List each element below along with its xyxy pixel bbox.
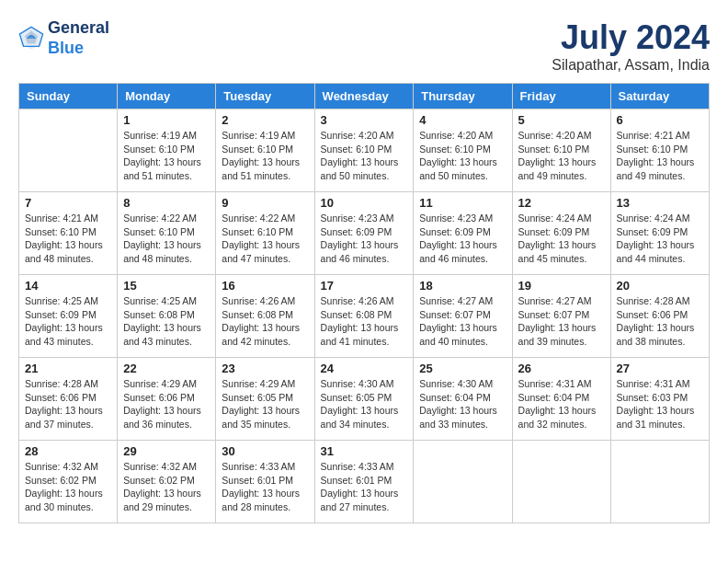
calendar-cell <box>414 441 512 523</box>
day-number: 15 <box>123 279 210 293</box>
calendar-cell: 27Sunrise: 4:31 AMSunset: 6:03 PMDayligh… <box>610 358 709 441</box>
week-row-4: 21Sunrise: 4:28 AMSunset: 6:06 PMDayligh… <box>19 358 710 441</box>
weekday-header-friday: Friday <box>512 84 610 109</box>
calendar-cell: 26Sunrise: 4:31 AMSunset: 6:04 PMDayligh… <box>512 358 610 441</box>
calendar-cell: 11Sunrise: 4:23 AMSunset: 6:09 PMDayligh… <box>414 192 512 275</box>
logo-icon <box>18 26 44 52</box>
week-row-2: 7Sunrise: 4:21 AMSunset: 6:10 PMDaylight… <box>19 192 710 275</box>
calendar-cell: 5Sunrise: 4:20 AMSunset: 6:10 PMDaylight… <box>512 109 610 192</box>
day-number: 22 <box>123 362 210 375</box>
day-number: 11 <box>419 196 506 210</box>
location-title: Silapathar, Assam, India <box>552 57 710 74</box>
day-info: Sunrise: 4:32 AMSunset: 6:02 PMDaylight:… <box>25 460 111 514</box>
month-title: July 2024 <box>552 18 710 57</box>
title-block: July 2024 Silapathar, Assam, India <box>552 18 710 74</box>
calendar-cell: 25Sunrise: 4:30 AMSunset: 6:04 PMDayligh… <box>414 358 512 441</box>
day-info: Sunrise: 4:21 AMSunset: 6:10 PMDaylight:… <box>617 129 703 183</box>
weekday-header-wednesday: Wednesday <box>314 84 414 109</box>
calendar-cell: 20Sunrise: 4:28 AMSunset: 6:06 PMDayligh… <box>610 275 709 358</box>
day-number: 24 <box>321 362 408 375</box>
calendar-cell: 24Sunrise: 4:30 AMSunset: 6:05 PMDayligh… <box>314 358 414 441</box>
day-number: 13 <box>617 196 703 210</box>
calendar-cell: 15Sunrise: 4:25 AMSunset: 6:08 PMDayligh… <box>118 275 216 358</box>
day-info: Sunrise: 4:33 AMSunset: 6:01 PMDaylight:… <box>222 460 308 514</box>
calendar-cell: 2Sunrise: 4:19 AMSunset: 6:10 PMDaylight… <box>216 109 314 192</box>
calendar-cell: 29Sunrise: 4:32 AMSunset: 6:02 PMDayligh… <box>118 441 216 523</box>
day-info: Sunrise: 4:28 AMSunset: 6:06 PMDaylight:… <box>25 377 111 431</box>
day-info: Sunrise: 4:30 AMSunset: 6:04 PMDaylight:… <box>419 377 506 431</box>
day-number: 8 <box>123 196 210 210</box>
calendar-cell: 16Sunrise: 4:26 AMSunset: 6:08 PMDayligh… <box>216 275 314 358</box>
week-row-5: 28Sunrise: 4:32 AMSunset: 6:02 PMDayligh… <box>19 441 710 523</box>
calendar-cell: 8Sunrise: 4:22 AMSunset: 6:10 PMDaylight… <box>118 192 216 275</box>
weekday-header-monday: Monday <box>118 84 216 109</box>
day-info: Sunrise: 4:33 AMSunset: 6:01 PMDaylight:… <box>321 460 408 514</box>
logo: General Blue <box>18 18 109 58</box>
day-number: 19 <box>518 279 605 293</box>
calendar-cell <box>512 441 610 523</box>
day-number: 5 <box>518 113 605 127</box>
day-number: 18 <box>419 279 506 293</box>
day-number: 20 <box>617 279 703 293</box>
calendar-cell: 12Sunrise: 4:24 AMSunset: 6:09 PMDayligh… <box>512 192 610 275</box>
calendar-cell: 22Sunrise: 4:29 AMSunset: 6:06 PMDayligh… <box>118 358 216 441</box>
day-info: Sunrise: 4:25 AMSunset: 6:09 PMDaylight:… <box>25 294 111 349</box>
day-number: 26 <box>518 362 605 375</box>
calendar-cell: 21Sunrise: 4:28 AMSunset: 6:06 PMDayligh… <box>19 358 118 441</box>
day-number: 4 <box>419 113 506 127</box>
day-info: Sunrise: 4:29 AMSunset: 6:06 PMDaylight:… <box>123 377 210 431</box>
day-info: Sunrise: 4:20 AMSunset: 6:10 PMDaylight:… <box>518 129 605 183</box>
day-number: 31 <box>321 444 408 458</box>
day-info: Sunrise: 4:27 AMSunset: 6:07 PMDaylight:… <box>419 294 506 349</box>
day-info: Sunrise: 4:22 AMSunset: 6:10 PMDaylight:… <box>222 212 308 266</box>
day-number: 12 <box>518 196 605 210</box>
calendar-cell: 7Sunrise: 4:21 AMSunset: 6:10 PMDaylight… <box>19 192 118 275</box>
calendar-cell: 30Sunrise: 4:33 AMSunset: 6:01 PMDayligh… <box>216 441 314 523</box>
weekday-header-row: SundayMondayTuesdayWednesdayThursdayFrid… <box>19 84 710 109</box>
day-info: Sunrise: 4:19 AMSunset: 6:10 PMDaylight:… <box>123 129 210 183</box>
calendar-cell: 28Sunrise: 4:32 AMSunset: 6:02 PMDayligh… <box>19 441 118 523</box>
day-number: 28 <box>25 444 111 458</box>
day-number: 14 <box>25 279 111 293</box>
week-row-1: 1Sunrise: 4:19 AMSunset: 6:10 PMDaylight… <box>19 109 710 192</box>
calendar-cell: 1Sunrise: 4:19 AMSunset: 6:10 PMDaylight… <box>118 109 216 192</box>
weekday-header-thursday: Thursday <box>414 84 512 109</box>
day-info: Sunrise: 4:20 AMSunset: 6:10 PMDaylight:… <box>419 129 506 183</box>
logo-general: General <box>48 18 109 37</box>
weekday-header-tuesday: Tuesday <box>216 84 314 109</box>
calendar-cell: 13Sunrise: 4:24 AMSunset: 6:09 PMDayligh… <box>610 192 709 275</box>
day-info: Sunrise: 4:23 AMSunset: 6:09 PMDaylight:… <box>321 212 408 266</box>
day-number: 9 <box>222 196 308 210</box>
day-number: 16 <box>222 279 308 293</box>
day-info: Sunrise: 4:27 AMSunset: 6:07 PMDaylight:… <box>518 294 605 349</box>
day-number: 17 <box>321 279 408 293</box>
calendar-cell: 3Sunrise: 4:20 AMSunset: 6:10 PMDaylight… <box>314 109 414 192</box>
calendar-cell: 18Sunrise: 4:27 AMSunset: 6:07 PMDayligh… <box>414 275 512 358</box>
calendar-cell: 14Sunrise: 4:25 AMSunset: 6:09 PMDayligh… <box>19 275 118 358</box>
day-number: 27 <box>617 362 703 375</box>
day-number: 7 <box>25 196 111 210</box>
day-info: Sunrise: 4:32 AMSunset: 6:02 PMDaylight:… <box>123 460 210 514</box>
day-info: Sunrise: 4:31 AMSunset: 6:04 PMDaylight:… <box>518 377 605 431</box>
day-number: 21 <box>25 362 111 375</box>
calendar-cell: 19Sunrise: 4:27 AMSunset: 6:07 PMDayligh… <box>512 275 610 358</box>
weekday-header-sunday: Sunday <box>19 84 118 109</box>
day-info: Sunrise: 4:30 AMSunset: 6:05 PMDaylight:… <box>321 377 408 431</box>
day-info: Sunrise: 4:29 AMSunset: 6:05 PMDaylight:… <box>222 377 308 431</box>
calendar-cell <box>610 441 709 523</box>
day-info: Sunrise: 4:25 AMSunset: 6:08 PMDaylight:… <box>123 294 210 349</box>
calendar-cell: 17Sunrise: 4:26 AMSunset: 6:08 PMDayligh… <box>314 275 414 358</box>
calendar-cell: 6Sunrise: 4:21 AMSunset: 6:10 PMDaylight… <box>610 109 709 192</box>
day-info: Sunrise: 4:26 AMSunset: 6:08 PMDaylight:… <box>222 294 308 349</box>
calendar-cell <box>19 109 118 192</box>
day-number: 6 <box>617 113 703 127</box>
day-number: 29 <box>123 444 210 458</box>
calendar-cell: 4Sunrise: 4:20 AMSunset: 6:10 PMDaylight… <box>414 109 512 192</box>
day-info: Sunrise: 4:28 AMSunset: 6:06 PMDaylight:… <box>617 294 703 349</box>
day-info: Sunrise: 4:19 AMSunset: 6:10 PMDaylight:… <box>222 129 308 183</box>
calendar-cell: 10Sunrise: 4:23 AMSunset: 6:09 PMDayligh… <box>314 192 414 275</box>
page-header: General Blue July 2024 Silapathar, Assam… <box>18 18 710 74</box>
day-info: Sunrise: 4:24 AMSunset: 6:09 PMDaylight:… <box>617 212 703 266</box>
day-number: 10 <box>321 196 408 210</box>
day-info: Sunrise: 4:24 AMSunset: 6:09 PMDaylight:… <box>518 212 605 266</box>
